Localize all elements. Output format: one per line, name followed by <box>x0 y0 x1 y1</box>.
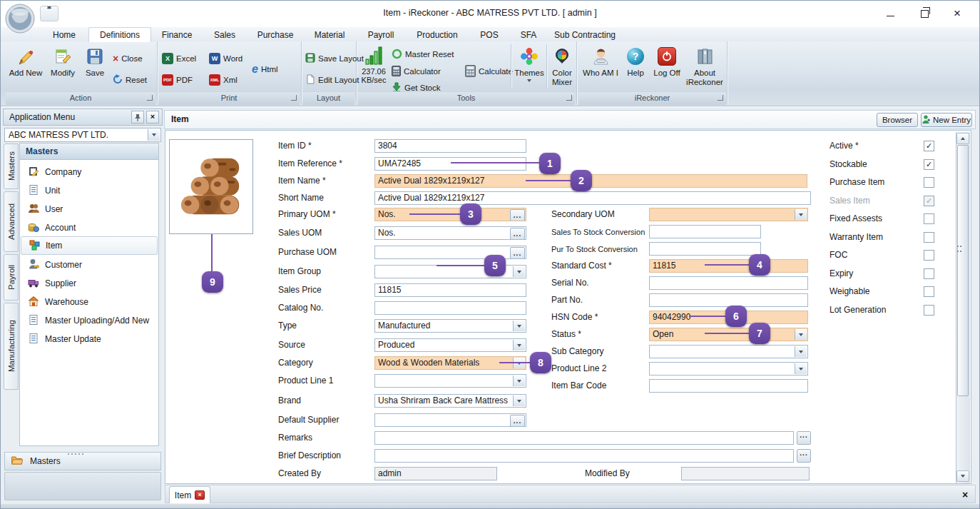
reset-button[interactable]: Reset <box>113 73 147 87</box>
chevron-down-icon[interactable] <box>795 346 807 357</box>
tab-definitions[interactable]: Definitions <box>88 27 151 42</box>
about-ireckoner-button[interactable]: AboutiReckoner <box>685 44 725 90</box>
sidebar-item-company[interactable]: Company <box>21 163 158 181</box>
sidebar-tab-advanced[interactable]: Advanced <box>4 191 19 252</box>
print-html-button[interactable]: eHtml <box>252 62 278 76</box>
chevron-down-icon[interactable] <box>795 329 807 340</box>
browse-button[interactable] <box>510 209 525 221</box>
secondary-uom-dropdown[interactable] <box>649 208 808 221</box>
product-line-2-dropdown[interactable] <box>649 362 808 376</box>
chevron-down-icon[interactable] <box>513 395 525 406</box>
purchase-item-checkbox[interactable] <box>924 177 934 188</box>
calculate-button[interactable]: Calculate <box>465 64 513 79</box>
scroll-up-button[interactable] <box>956 133 969 144</box>
sidebar-item-account[interactable]: Account <box>21 218 158 237</box>
chevron-down-icon[interactable] <box>513 376 525 386</box>
close-panel-icon[interactable]: × <box>146 111 159 124</box>
tab-payroll[interactable]: Payroll <box>358 29 404 41</box>
close-tab-icon[interactable]: × <box>195 490 205 500</box>
item-id-field[interactable]: 3804 <box>374 139 526 153</box>
remarks-expand-button[interactable] <box>797 431 811 445</box>
item-image[interactable] <box>169 139 253 234</box>
who-am-i-button[interactable]: Who AM I <box>582 44 619 90</box>
source-dropdown[interactable]: Produced <box>374 338 526 352</box>
sidebar-item-master-uploading[interactable]: Master Uploading/Add New <box>21 311 158 330</box>
help-button[interactable]: ? Help <box>622 44 649 90</box>
sidebar-tab-manufacturing[interactable]: Manufacturing <box>4 303 19 390</box>
dialog-launcher-icon[interactable] <box>291 95 297 101</box>
scrollbar-thumb[interactable] <box>957 145 969 396</box>
serial-no-field[interactable] <box>649 276 808 290</box>
tab-material[interactable]: Material <box>305 29 354 41</box>
lot-generation-checkbox[interactable] <box>924 305 934 316</box>
standard-cost-field[interactable]: 11815 <box>649 259 808 273</box>
foc-checkbox[interactable] <box>924 250 934 261</box>
restore-button[interactable] <box>913 6 936 21</box>
tab-home[interactable]: Home <box>44 29 84 41</box>
fixed-assests-checkbox[interactable] <box>924 213 934 224</box>
panel-splitter-grip[interactable] <box>68 447 86 457</box>
warranty-item-checkbox[interactable] <box>924 232 934 243</box>
browser-button[interactable]: Browser <box>877 113 918 127</box>
tab-finance[interactable]: Finance <box>154 29 200 41</box>
sub-category-dropdown[interactable] <box>649 345 808 358</box>
part-no-field[interactable] <box>649 293 808 307</box>
dialog-launcher-icon[interactable] <box>147 95 153 101</box>
sales-price-field[interactable]: 11815 <box>374 283 526 297</box>
stockable-checkbox[interactable] <box>924 159 934 170</box>
color-mixer-button[interactable]: ColorMixer <box>548 44 576 90</box>
close-all-tabs-button[interactable]: × <box>957 487 973 503</box>
status-dropdown[interactable]: Open <box>649 328 808 341</box>
chevron-down-icon[interactable] <box>513 340 525 351</box>
weighable-checkbox[interactable] <box>924 286 934 297</box>
chevron-down-icon[interactable] <box>795 209 807 220</box>
tab-production[interactable]: Production <box>408 29 466 41</box>
tab-pos[interactable]: POS <box>471 29 508 41</box>
sidebar-item-supplier[interactable]: Supplier <box>21 274 158 293</box>
remarks-field[interactable] <box>374 431 794 445</box>
chevron-down-icon[interactable] <box>513 266 525 277</box>
new-entry-button[interactable]: New Entry <box>921 113 972 127</box>
minimize-button[interactable] <box>879 6 902 21</box>
sidebar-tab-payroll[interactable]: Payroll <box>4 254 19 301</box>
pin-icon[interactable] <box>131 111 144 124</box>
tab-purchase[interactable]: Purchase <box>250 29 301 41</box>
sidebar-item-user[interactable]: User <box>21 200 158 218</box>
tab-sub-contracting[interactable]: Sub Contracting <box>549 29 621 41</box>
add-new-button[interactable]: Add New <box>7 44 44 90</box>
master-reset-button[interactable]: Master Reset <box>392 47 454 61</box>
sales-uom-field[interactable]: Nos. <box>374 226 526 240</box>
sidebar-item-item[interactable]: Item <box>21 236 158 255</box>
close-window-button[interactable]: × <box>946 6 969 21</box>
product-line-1-dropdown[interactable] <box>374 374 526 388</box>
print-pdf-button[interactable]: PDFPDF <box>162 73 193 87</box>
close-button[interactable]: ×Close <box>113 51 143 66</box>
item-reference-field[interactable]: UMA72485 <box>374 157 526 171</box>
log-off-button[interactable]: Log Off <box>650 44 683 90</box>
chevron-down-icon[interactable] <box>513 321 525 331</box>
brief-description-field[interactable] <box>374 449 794 463</box>
company-selector[interactable]: ABC MATRESS PVT LTD. <box>4 128 161 142</box>
sidebar-item-master-update[interactable]: Master Update <box>21 330 158 348</box>
chevron-down-icon[interactable] <box>795 363 807 374</box>
browse-button[interactable] <box>510 228 525 240</box>
default-supplier-field[interactable] <box>374 413 526 427</box>
item-bar-code-field[interactable] <box>649 379 808 393</box>
active-checkbox[interactable] <box>924 141 934 151</box>
brand-dropdown[interactable]: Usha Shriram Back Care Mattress <box>374 394 526 408</box>
dialog-launcher-icon[interactable] <box>718 95 723 101</box>
expiry-checkbox[interactable] <box>924 268 934 279</box>
splitter-grip[interactable] <box>957 246 963 253</box>
pur-to-stock-field[interactable] <box>649 242 761 256</box>
modify-button[interactable]: Modify <box>46 44 80 90</box>
catalog-no-field[interactable] <box>374 301 526 315</box>
chevron-down-icon[interactable] <box>148 129 160 141</box>
print-xml-button[interactable]: XMLXml <box>209 73 238 87</box>
browse-button[interactable] <box>510 247 525 259</box>
brief-description-expand-button[interactable] <box>797 449 811 463</box>
edit-layout-button[interactable]: Edit Layout <box>305 73 359 87</box>
save-button[interactable]: Save <box>81 44 109 90</box>
scroll-down-button[interactable] <box>956 470 969 482</box>
print-excel-button[interactable]: XExcel <box>162 51 196 66</box>
sidebar-item-customer[interactable]: Customer <box>21 256 158 274</box>
